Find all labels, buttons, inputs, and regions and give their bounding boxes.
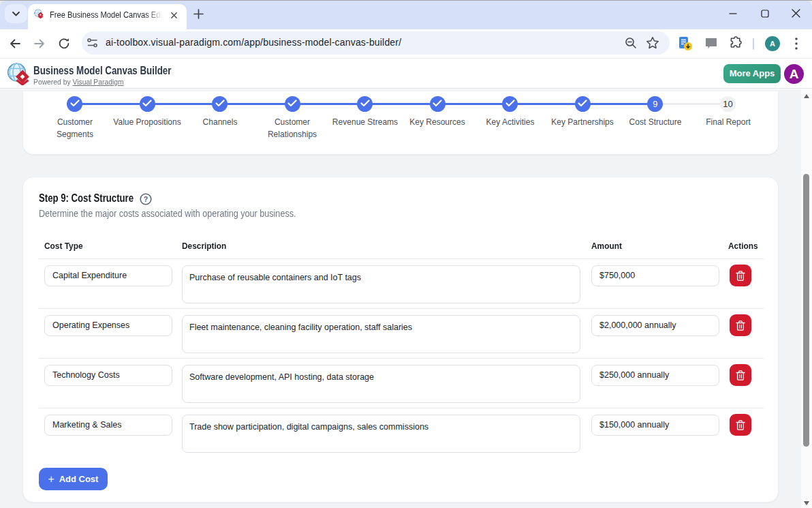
svg-text:?: ? xyxy=(144,195,148,203)
